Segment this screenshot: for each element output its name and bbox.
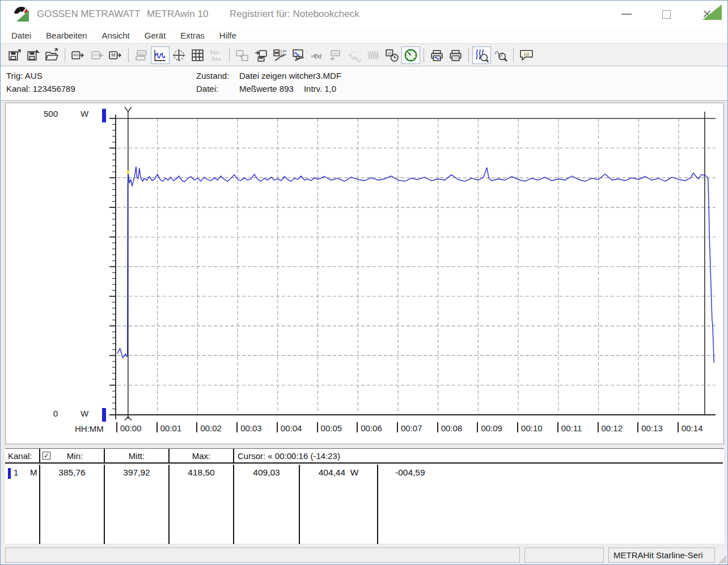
header-min: ✓ Min: xyxy=(40,449,105,464)
channel-color-marker xyxy=(8,468,11,479)
measurement-table: Kanal: ✓ Min: Mitt: Max: Cursor: « 00:00… xyxy=(5,448,724,543)
x-tick-0008: 00:08 xyxy=(437,422,463,433)
row-cursor-left-cell: 409,03 xyxy=(234,465,300,544)
svg-text:321: 321 xyxy=(73,53,79,57)
menu-item-bearbeiten[interactable]: Bearbeiten xyxy=(39,29,95,42)
header-cursor[interactable]: Cursor: « 00:00:16 (-14:23) xyxy=(234,449,723,464)
live-gauge-button[interactable] xyxy=(401,46,420,64)
view-chart-icon xyxy=(153,48,167,62)
disk-to-device-button[interactable] xyxy=(252,46,270,64)
menu-item-gerat[interactable]: Gerät xyxy=(137,29,173,42)
view-xy-button[interactable] xyxy=(170,46,188,64)
note-callout-button[interactable]: 1/2 xyxy=(517,46,536,64)
clock-timer-button[interactable]: 12 xyxy=(383,46,401,64)
header-mitt: Mitt: xyxy=(105,449,170,464)
printer-icon xyxy=(448,48,463,62)
row-cursor-right-cell: 404,44 W xyxy=(300,465,378,544)
channel-visible-checkbox[interactable]: ✓ xyxy=(43,452,50,460)
formula-icon: =f(x) xyxy=(310,48,324,62)
display-321-icon: 321 xyxy=(329,48,343,62)
formula-button[interactable]: =f(x) xyxy=(308,46,327,64)
x-tick-0013: 00:13 xyxy=(637,422,663,433)
device-send-icon: 321 xyxy=(71,48,85,62)
zoom-signal-icon xyxy=(475,48,489,62)
menu-item-ansicht[interactable]: Ansicht xyxy=(95,29,137,42)
floppy-import-icon xyxy=(26,48,40,62)
disk-to-device-icon xyxy=(254,48,268,62)
chart-panel: 500 W 0 W HH:MM 00:0000:0100:0200:0300:0… xyxy=(5,103,724,444)
x-tick-0006: 00:06 xyxy=(357,422,382,433)
device-memory-button[interactable]: M xyxy=(106,46,125,64)
view-table-button[interactable] xyxy=(188,46,207,64)
registered-title: Registriert für: Notebookcheck xyxy=(230,9,359,20)
info-strip: Trig: AUS Kanal: 123456789 Zustand:Datei… xyxy=(1,67,727,101)
resize-grip-icon[interactable] xyxy=(717,554,727,564)
svg-text:321: 321 xyxy=(332,50,338,54)
title-bar: GOSSEN METRAWATT METRAwin 10 Registriert… xyxy=(1,1,727,28)
brand-title: GOSSEN METRAWATT xyxy=(37,9,141,20)
power-chart[interactable] xyxy=(6,103,723,444)
view-xy-icon xyxy=(172,48,186,62)
view-histogram-button xyxy=(207,46,226,64)
x-tick-0001: 00:01 xyxy=(156,422,182,433)
x-tick-0005: 00:05 xyxy=(317,422,342,433)
row-mitt-cell: 397,92 xyxy=(105,465,170,544)
multi-display-icon: 1257 xyxy=(134,48,149,62)
toolbar-separator xyxy=(424,48,424,62)
compare-curves-button xyxy=(345,46,364,64)
minimize-button[interactable] xyxy=(614,6,639,22)
multi-display-button: 1257 xyxy=(132,46,151,64)
x-tick-0011: 00:11 xyxy=(557,422,582,433)
envelope-wave-icon xyxy=(366,48,380,62)
row-delta-cell: -004,59 xyxy=(378,465,723,544)
device-receive-icon: 321 xyxy=(90,48,104,62)
device-send-button[interactable]: 321 xyxy=(69,46,87,64)
status-message-area xyxy=(5,547,520,563)
app-title: METRAwin 10 xyxy=(147,9,208,20)
svg-text:M: M xyxy=(111,52,115,57)
minimize-icon xyxy=(621,14,632,15)
device-receive-button: 321 xyxy=(87,46,106,64)
view-histogram-icon xyxy=(209,48,223,62)
print-preview-icon xyxy=(430,48,444,62)
x-tick-0014: 00:14 xyxy=(678,422,703,433)
toolbar-separator xyxy=(513,48,514,62)
open-folder-icon xyxy=(45,48,59,62)
menu-bar: DateiBearbeitenAnsichtGerätExtrasHilfe xyxy=(1,28,727,44)
floppy-export-icon xyxy=(7,48,22,62)
print-preview-button[interactable] xyxy=(428,46,446,64)
floppy-import-button[interactable] xyxy=(24,46,43,64)
live-gauge-icon xyxy=(404,48,418,62)
x-tick-0003: 00:03 xyxy=(236,422,262,433)
floppy-export-button[interactable] xyxy=(5,46,24,64)
row-channel-cell[interactable]: 1 M xyxy=(5,465,40,544)
menu-item-extras[interactable]: Extras xyxy=(173,29,212,42)
row-min-cell: 385,76 xyxy=(40,465,105,544)
zoom-out-signal-icon xyxy=(493,48,507,62)
x-tick-0004: 00:04 xyxy=(277,422,302,433)
status-device-name: METRAHit Starline-Seri xyxy=(608,547,715,563)
x-tick-0002: 00:02 xyxy=(196,422,222,433)
clock-timer-icon: 12 xyxy=(385,48,399,62)
menu-item-datei[interactable]: Datei xyxy=(4,29,39,42)
zustand-status: Zustand:Datei zeigen witcher3.MDF xyxy=(196,71,341,80)
maximize-button[interactable] xyxy=(654,6,679,22)
connection-indicator-triangle-icon xyxy=(702,5,722,20)
menu-item-hilfe[interactable]: Hilfe xyxy=(212,29,244,42)
status-bar: METRAHit Starline-Seri xyxy=(1,546,727,564)
zoom-signal-button[interactable] xyxy=(472,46,491,64)
compare-curves-icon xyxy=(348,48,362,62)
x-tick-0000: 00:00 xyxy=(116,422,142,433)
view-table-icon xyxy=(191,48,205,62)
zoom-out-signal-button[interactable] xyxy=(491,46,510,64)
monitor-config-button[interactable] xyxy=(289,46,308,64)
x-tick-0012: 00:12 xyxy=(598,422,623,433)
channel-config-button[interactable]: 1:AV2:Hz xyxy=(270,46,289,64)
printer-button[interactable] xyxy=(446,46,465,64)
open-folder-button[interactable] xyxy=(43,46,61,64)
view-chart-button[interactable] xyxy=(151,46,170,64)
svg-text:1257: 1257 xyxy=(138,51,146,54)
device-memory-icon: M xyxy=(108,48,122,62)
svg-text:12: 12 xyxy=(387,50,391,54)
svg-text:=f(x): =f(x) xyxy=(311,53,321,58)
